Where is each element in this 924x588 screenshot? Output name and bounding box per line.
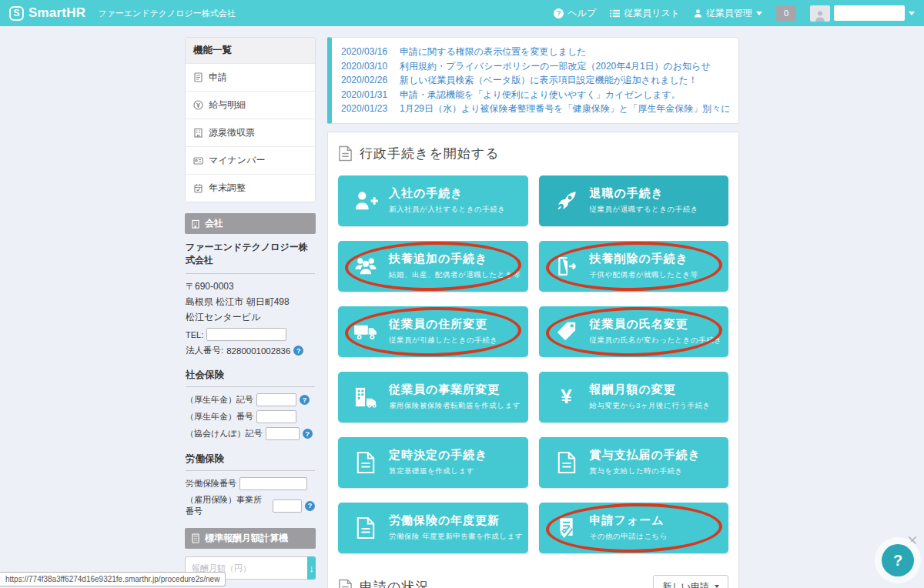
help-fab-button[interactable]: ? [882,544,914,576]
tag-icon [551,321,582,342]
news-item[interactable]: 2020/03/10 利用規約・プライバシーポリシーの一部改定（2020年4月1… [341,59,729,74]
tile-nyusha[interactable]: 入社の手続き 新入社員が入社するときの手続き [338,175,528,226]
user-account-menu[interactable] [810,5,915,22]
corp-number-label: 法人番号: [186,345,223,356]
document-lines-icon [350,451,381,474]
sidebar-item-withholding[interactable]: 源泉徴収票 [186,119,315,146]
tile-teiji-kettei[interactable]: 定時決定の手続き 算定基礎届を作成します [338,437,528,488]
corp-number-value: 8280001002836 [226,346,290,356]
new-application-button[interactable]: 新しい申請 [653,575,728,588]
company-postal: 〒690-0003 [186,280,315,293]
labor-number-input[interactable] [239,477,307,490]
koyou-office-input[interactable] [273,499,302,513]
yen-icon: ¥ [551,385,582,409]
procedures-card: 行政手続きを開始する 入社の手続き 新入社員が入社するときの手続き [327,132,739,588]
social-insurance-title: 社会保険 [186,369,315,387]
door-exit-icon [551,256,582,277]
tile-hoshu-getsugaku[interactable]: ¥ 報酬月額の変更 給与変更から3ヶ月後に行う手続き [539,372,729,423]
avatar-person-icon [815,10,825,22]
kyokai-kigo-help-icon[interactable]: ? [303,429,313,439]
tile-taishoku[interactable]: 退職の手続き 従業員が退職するときの手続き [539,175,729,226]
kosei-bango-label: （厚生年金）番号 [186,411,253,423]
sidebar-item-payslip[interactable]: 給与明細 [186,91,315,119]
avatar [810,5,830,22]
feature-list-card: 機能一覧 申請 給与明細 源泉徴収票 マイナンバー 年末調整 [185,37,316,202]
tile-shoyo-shiharai[interactable]: 賞与支払届の手続き 賞与を支給した時の手続き [539,437,729,488]
help-link[interactable]: ? ヘルプ [554,7,596,20]
kosei-kigo-input[interactable] [256,393,296,406]
document-lines-icon [551,451,582,474]
company-section-header: 会社 [185,213,316,234]
browser-status-bar: https://774f38a3ff6274d16e9321fe.smarthr… [0,572,226,586]
family-icon [350,256,381,276]
news-card: 2020/03/16 申請に関する権限の表示位置を変更しました 2020/03/… [327,37,739,124]
news-item[interactable]: 2020/01/31 申請・承認機能を「より便利により使いやすく」カイゼンします… [341,88,729,102]
main-column: 2020/03/16 申請に関する権限の表示位置を変更しました 2020/03/… [327,37,739,588]
tel-label: TEL: [186,330,203,339]
down-arrow-icon: ↓ [309,563,314,574]
tile-shimei-henko[interactable]: 従業員の氏名変更 従業員の氏名が変わったときの手続き [539,306,729,357]
employee-list-link[interactable]: 従業員リスト [610,7,680,20]
feature-list-title: 機能一覧 [186,38,315,63]
document-lines-icon [350,516,381,540]
tile-jigyosho-henko[interactable]: 従業員の事業所変更 雇用保険被保険者転勤届を作成します [338,372,528,423]
employee-admin-menu[interactable]: 従業員管理 [694,7,762,20]
user-name-field [834,5,905,21]
close-icon[interactable] [908,536,917,545]
chevron-down-icon [715,585,719,588]
calculator-icon [191,533,200,543]
sidebar-item-application[interactable]: 申請 [186,63,315,91]
calculator-section-header: 標準報酬月額計算機 [185,528,316,549]
news-item[interactable]: 2020/03/16 申請に関する権限の表示位置を変更しました [341,45,729,59]
top-bar: S SmartHR ファーエンドテクノロジー株式会社 ? ヘルプ 従業員リスト … [0,0,924,26]
tel-input[interactable] [206,328,286,341]
sidebar: 機能一覧 申請 給与明細 源泉徴収票 マイナンバー 年末調整 [185,37,316,588]
koyou-office-help-icon[interactable]: ? [305,501,315,511]
building-doc-icon [193,128,203,138]
company-address1: 島根県 松江市 朝日町498 [186,296,315,309]
content-wrapper: 機能一覧 申請 給与明細 源泉徴収票 マイナンバー 年末調整 [185,26,739,588]
company-address2: 松江センタービル [186,311,315,324]
kyokai-kigo-input[interactable] [266,427,300,440]
application-doc-icon [193,72,203,82]
chevron-down-icon [756,12,762,15]
calendar-check-icon [193,183,203,193]
labor-number-label: 労働保険番号 [186,478,236,489]
office-move-icon [350,386,381,408]
id-card-icon [193,155,203,165]
company-info: ファーエンドテクノロジー株式会社 〒690-0003 島根県 松江市 朝日町49… [185,234,316,517]
tile-jusho-henko[interactable]: 従業員の住所変更 従業員が引越したときの手続き [338,306,528,357]
document-icon [338,145,353,162]
tile-shinsei-form[interactable]: 申請フォーム その他の申請はこちら [539,503,729,553]
building-icon [191,219,200,229]
procedures-section-header: 行政手続きを開始する [338,145,728,162]
procedures-title: 行政手続きを開始する [360,145,500,162]
labor-insurance-title: 労働保険 [186,453,315,471]
calculate-button[interactable]: ↓ [307,556,316,580]
help-icon: ? [554,8,564,18]
notification-count-badge[interactable]: 0 [776,5,796,22]
yen-coin-icon [193,100,203,110]
smarthr-logo[interactable]: S SmartHR [9,5,85,21]
kyokai-kigo-label: （協会けんぽ）記号 [186,428,263,439]
kosei-kigo-label: （厚生年金）記号 [186,394,253,406]
document-icon [338,579,353,588]
tile-fuyou-sakujo[interactable]: 扶養削除の手続き 子供や配偶者が就職したとき等 [539,241,729,292]
news-item[interactable]: 2020/01/23 1月29日（水）より被保険者整理番号を「健康保険」と「厚生… [341,102,729,116]
sidebar-item-mynumber[interactable]: マイナンバー [186,146,315,174]
kosei-bango-input[interactable] [256,410,296,423]
form-check-icon [551,516,582,540]
company-name: ファーエンドテクノロジー株式会社 [186,241,315,274]
person-icon [694,8,702,18]
sidebar-item-nencho[interactable]: 年末調整 [186,174,315,202]
corp-number-help-icon[interactable]: ? [293,346,303,356]
tile-fuyou-tsuika[interactable]: 扶養追加の手続き 結婚、出産、配偶者が退職したとき等 [338,241,528,292]
status-title: 申請の状況 [360,578,429,588]
news-item[interactable]: 2020/02/26 新しい従業員検索（ベータ版）に表示項目設定機能が追加されま… [341,73,729,88]
procedure-tile-grid: 入社の手続き 新入社員が入社するときの手続き 退職の手続き 従業員が退職するとき… [338,175,728,553]
kosei-kigo-help-icon[interactable]: ? [300,395,310,405]
truck-icon [350,322,381,342]
header-company-name: ファーエンドテクノロジー株式会社 [98,8,236,19]
tile-rodo-hoken-koshin[interactable]: 労働保険の年度更新 労働保険 年度更新申告書を作成します [338,503,528,553]
user-add-icon [350,190,381,212]
